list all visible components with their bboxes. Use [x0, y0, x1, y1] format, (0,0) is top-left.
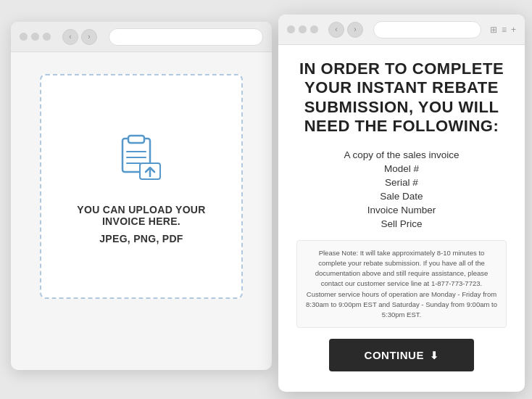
nav-buttons: ‹ ›	[62, 29, 97, 45]
note-box: Please Note: It will take approximately …	[296, 240, 507, 329]
fg-traffic-light-red	[287, 25, 295, 33]
continue-label: CONTINUE	[365, 349, 424, 361]
fg-traffic-light-green	[310, 25, 318, 33]
background-browser: ‹ ›	[11, 22, 272, 370]
forward-button[interactable]: ›	[81, 29, 97, 45]
upload-formats: JPEG, PNG, PDF	[99, 233, 183, 244]
traffic-light-green	[43, 33, 51, 41]
grid-icon: ⊞	[490, 25, 497, 35]
upload-text: YOU CAN UPLOAD YOUR INVOICE HERE.	[56, 204, 227, 227]
upload-box[interactable]: YOU CAN UPLOAD YOUR INVOICE HERE. JPEG, …	[40, 74, 243, 299]
address-bar[interactable]	[109, 28, 263, 46]
items-list: A copy of the sales invoiceModel #Serial…	[296, 149, 507, 229]
list-icon: ≡	[502, 25, 507, 35]
bg-toolbar: ‹ ›	[11, 22, 272, 52]
list-item: Sell Price	[381, 218, 422, 229]
fg-toolbar: ‹ › ⊞ ≡ +	[278, 15, 525, 45]
main-heading: IN ORDER TO COMPLETE YOUR INSTANT REBATE…	[296, 59, 507, 136]
list-item: A copy of the sales invoice	[344, 149, 459, 160]
toolbar-icons: ⊞ ≡ +	[490, 25, 516, 35]
fg-traffic-light-yellow	[299, 25, 307, 33]
list-item: Invoice Number	[367, 205, 436, 215]
back-button[interactable]: ‹	[62, 29, 78, 45]
fg-back-button[interactable]: ‹	[328, 22, 344, 38]
list-item: Serial #	[385, 177, 418, 188]
main-content: IN ORDER TO COMPLETE YOUR INSTANT REBATE…	[278, 45, 525, 392]
list-item: Model #	[384, 163, 419, 174]
traffic-lights	[20, 33, 51, 41]
note-text: Please Note: It will take approximately …	[306, 248, 497, 321]
traffic-light-red	[20, 33, 28, 41]
fg-address-bar[interactable]	[373, 21, 481, 38]
list-item: Sale Date	[380, 191, 423, 202]
continue-button[interactable]: CONTINUE ⬇	[329, 339, 474, 371]
svg-rect-1	[128, 136, 144, 143]
fg-nav-buttons: ‹ ›	[328, 22, 363, 38]
plus-icon: +	[511, 25, 516, 35]
traffic-light-yellow	[31, 33, 39, 41]
fg-traffic-lights	[287, 25, 318, 33]
upload-icon-container	[112, 128, 170, 189]
down-arrow-icon: ⬇	[430, 350, 439, 361]
fg-forward-button[interactable]: ›	[347, 22, 363, 38]
upload-icon	[112, 128, 170, 186]
bg-browser-content: YOU CAN UPLOAD YOUR INVOICE HERE. JPEG, …	[11, 52, 272, 313]
foreground-browser: ‹ › ⊞ ≡ + IN ORDER TO COMPLETE YOUR INST…	[278, 15, 525, 392]
